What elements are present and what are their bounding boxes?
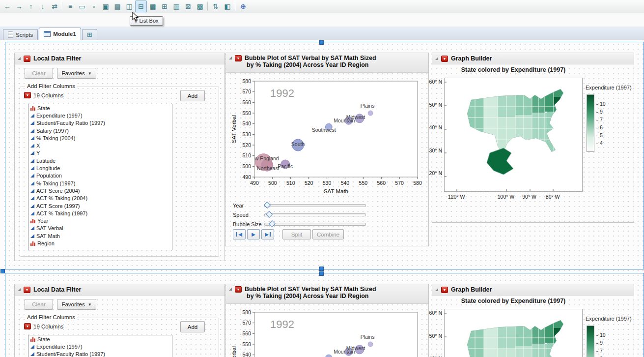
year-slider-thumb[interactable] [264, 202, 271, 208]
toolbar-button[interactable] [235, 2, 236, 11]
bubble-chart[interactable]: 4905005105205305405505605705804905005105… [229, 74, 425, 198]
filter-column-item[interactable]: Student/Faculty Ratio (1997) [28, 119, 172, 127]
canvas-row-2[interactable]: ▼ Local Data Filter Clear Favorites ▼ Ad… [5, 273, 644, 357]
col-list-box-icon[interactable]: ▥ [170, 0, 182, 12]
filter-column-item[interactable]: % Taking (1997) [28, 179, 172, 187]
designer-canvas[interactable]: ▼ Local Data Filter Clear Favorites ▼ Ad… [0, 40, 644, 357]
panel-box-icon[interactable]: ▤ [112, 0, 123, 12]
spacer-box-icon[interactable]: ▫ [88, 0, 100, 12]
disclosure-triangle-icon[interactable] [435, 288, 438, 291]
panel-header[interactable]: ▼ Local Data Filter [15, 284, 224, 296]
panel-header[interactable]: ▼ Bubble Plot of SAT Verbal by SAT Math … [226, 284, 428, 304]
filter-column-item[interactable]: X [28, 142, 172, 149]
panel-header[interactable]: ▼ Graph Builder [432, 284, 634, 296]
map-plot[interactable] [444, 309, 583, 357]
disclosure-triangle-icon[interactable] [18, 288, 21, 291]
filter-column-item[interactable]: Latitude [28, 157, 172, 164]
canvas-row-1[interactable]: ▼ Local Data Filter Clear Favorites ▼ Ad… [5, 42, 644, 269]
filter-column-item[interactable]: Longitude [28, 164, 172, 172]
filter-column-item[interactable]: ACT Score (2004) [28, 187, 172, 194]
add-button[interactable]: Add [180, 90, 205, 101]
h-list-box-icon[interactable]: ◫ [123, 0, 135, 12]
us-map[interactable] [445, 78, 582, 191]
red-triangle-menu-icon[interactable]: ▼ [24, 92, 31, 98]
v-list-box-icon[interactable]: ⊟ [135, 0, 147, 12]
clear-button[interactable]: Clear [25, 299, 53, 310]
year-slider-track[interactable] [264, 204, 366, 207]
play-button[interactable]: ▶ [247, 229, 260, 239]
step-forward-button[interactable]: ▶ [261, 229, 274, 239]
align-bottom-icon[interactable]: ↓ [37, 0, 49, 12]
splitter-box-icon[interactable]: ◧ [222, 0, 233, 12]
filter-column-item[interactable]: Y [28, 149, 172, 157]
filter-column-item[interactable]: Expenditure (1997) [28, 343, 172, 350]
red-triangle-menu-icon[interactable]: ▼ [441, 56, 448, 62]
speed-slider-thumb[interactable] [266, 211, 273, 218]
filter-column-item[interactable]: Salary (1997) [28, 127, 172, 134]
favorites-button[interactable]: Favorites ▼ [57, 299, 96, 310]
bubble-size-slider-track[interactable] [264, 223, 366, 226]
disclosure-triangle-icon[interactable] [18, 57, 21, 60]
scroll-box-icon[interactable]: ⇅ [210, 0, 222, 12]
combine-button[interactable]: Combine [312, 229, 344, 239]
red-triangle-menu-icon[interactable]: ▼ [441, 287, 448, 293]
split-button[interactable]: Split [282, 229, 311, 239]
data-table-box-icon[interactable]: ▩ [194, 0, 206, 12]
tab-box-icon[interactable]: ⊞ [159, 0, 170, 12]
bubble-size-slider-thumb[interactable] [269, 220, 276, 227]
tab-add-module[interactable]: ⊞ [82, 29, 97, 40]
red-triangle-menu-icon[interactable]: ▼ [235, 55, 242, 61]
legend-gradient-bar[interactable] [587, 326, 594, 357]
filter-column-item[interactable]: State [28, 335, 172, 343]
filter-column-item[interactable]: Population [28, 172, 172, 179]
resize-handle-row2-top[interactable] [319, 271, 324, 276]
panel-header[interactable]: ▼ Local Data Filter [15, 53, 224, 64]
text-box-icon[interactable]: ≡ [64, 0, 76, 12]
tab-module1[interactable]: Module1 [39, 28, 81, 40]
speed-slider-track[interactable] [264, 213, 366, 216]
tab-scripts[interactable]: Scripts [3, 29, 38, 40]
toolbar-button[interactable] [207, 2, 208, 11]
favorites-button[interactable]: Favorites ▼ [57, 68, 96, 79]
filter-column-item[interactable]: Region [28, 239, 172, 247]
filter-column-item[interactable]: Year [28, 217, 172, 224]
red-triangle-menu-icon[interactable]: ▼ [235, 286, 242, 293]
distribute-horizontal-icon[interactable]: ⇄ [49, 0, 60, 12]
filter-column-item[interactable]: SAT Verbal [28, 225, 172, 232]
filter-column-item[interactable]: Student/Faculty Ratio (1997) [28, 351, 172, 357]
clear-button[interactable]: Clear [25, 68, 53, 79]
resize-handle-left[interactable] [0, 269, 5, 273]
align-right-icon[interactable]: → [13, 0, 25, 12]
panel-header[interactable]: ▼ Graph Builder [432, 53, 634, 64]
column-list-box[interactable]: State Expenditure (1997) [28, 104, 172, 250]
us-map[interactable] [445, 309, 582, 357]
column-list-box[interactable]: State Expenditure (1997) [28, 335, 172, 357]
resize-handle-row1-bottom[interactable] [319, 267, 324, 271]
align-left-icon[interactable]: ← [1, 0, 13, 12]
step-back-button[interactable]: ◀ [233, 229, 246, 239]
add-button[interactable]: Add [180, 321, 205, 332]
bubble-chart[interactable]: 4905005105205305405505605705804905005105… [229, 305, 425, 357]
red-triangle-menu-icon[interactable]: ▼ [24, 323, 31, 329]
map-plot[interactable] [444, 78, 583, 192]
disclosure-triangle-icon[interactable] [229, 57, 232, 60]
filter-column-item[interactable]: State [28, 104, 172, 112]
filter-column-item[interactable]: % Taking (2004) [28, 134, 172, 142]
red-triangle-menu-icon[interactable]: ▼ [24, 287, 30, 293]
filter-column-item[interactable]: SAT Math [28, 232, 172, 239]
button-box-icon[interactable]: ▭ [76, 0, 88, 12]
filter-column-item[interactable]: ACT Score (1997) [28, 202, 172, 209]
lineup-box-icon[interactable]: ▦ [147, 0, 159, 12]
toolbar-button[interactable] [62, 2, 63, 11]
help-icon[interactable]: ⊕ [237, 0, 249, 12]
border-box-icon[interactable]: ▣ [100, 0, 112, 12]
disclosure-triangle-icon[interactable] [229, 288, 232, 291]
align-top-icon[interactable]: ↑ [25, 0, 37, 12]
resize-handle-top[interactable] [319, 40, 324, 45]
disclosure-triangle-icon[interactable] [435, 57, 438, 60]
filter-column-item[interactable]: ACT % Taking (2004) [28, 195, 172, 202]
graph-box-icon[interactable]: ⊠ [182, 0, 194, 12]
red-triangle-menu-icon[interactable]: ▼ [24, 56, 30, 62]
legend-gradient-bar[interactable] [587, 94, 594, 152]
filter-column-item[interactable]: Expenditure (1997) [28, 112, 172, 119]
